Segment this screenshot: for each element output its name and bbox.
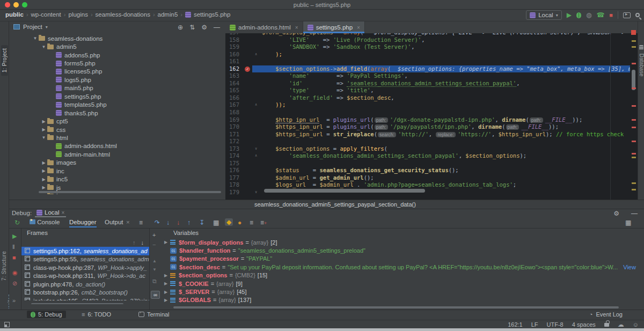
toolwindow-tab-project[interactable]: 1: Project [1, 45, 8, 76]
breakpoint-gutter[interactable] [244, 145, 252, 153]
frame-up-icon[interactable]: ↑ [133, 239, 136, 246]
run-configuration-selector[interactable]: Local ▾ [526, 10, 562, 20]
lock-icon[interactable] [604, 323, 609, 327]
code-line[interactable]: $section_options = apply_filters( [260, 145, 630, 153]
toolwindow-button-terminal[interactable]: Terminal [138, 311, 170, 318]
breadcrumb-file[interactable]: settings5.php [194, 11, 230, 18]
breadcrumb-item[interactable]: wp-content [31, 11, 61, 18]
variable-row[interactable]: ▶$_SERVER={array}[45] [162, 288, 644, 296]
fold-marker[interactable]: ∧ [252, 152, 260, 160]
add-watch-icon[interactable]: ≡+ [260, 219, 267, 226]
mute-breakpoints-icon[interactable]: ⊘ [12, 280, 17, 287]
restore-layout-icon[interactable]: ▦ [625, 219, 631, 226]
code-line[interactable]: 'LIVE' => 'Live (Production Server)', [260, 36, 630, 44]
stack-frame[interactable]: class-wp-hook.php:287,WP_Hook->apply_ [21, 263, 149, 272]
stop-icon[interactable]: ■ [12, 254, 16, 261]
open-in-browser-icon[interactable] [623, 12, 631, 18]
breakpoint-gutter[interactable] [244, 167, 252, 174]
breakpoint-icon[interactable]: ✓ [245, 67, 250, 72]
error-stripe-mark[interactable] [632, 189, 636, 190]
code-line[interactable]: $section_options->add_field(array( $sect… [260, 65, 630, 73]
breakpoint-gutter[interactable] [244, 109, 252, 116]
variables-hscrollbar[interactable] [173, 306, 619, 308]
variable-row[interactable]: ▶$GLOBALS={array}[137] [162, 296, 644, 304]
add-icon[interactable]: + [152, 232, 156, 238]
search-everywhere-icon[interactable] [635, 13, 640, 17]
tab-debugger[interactable]: Debugger [69, 219, 97, 227]
tree-item[interactable]: forms5.php [9, 59, 225, 67]
stack-frame[interactable]: class-wp-hook.php:311,WP_Hook->do_ac [21, 272, 149, 281]
more-icon[interactable]: » [12, 297, 16, 304]
expand-arrow[interactable]: ▶ [40, 119, 47, 124]
expander-arrow[interactable]: ▶ [162, 240, 170, 245]
breakpoint-gutter[interactable] [244, 36, 252, 44]
editor-hscrollbar[interactable] [264, 189, 425, 193]
expander-arrow[interactable]: ▶ [162, 273, 170, 278]
code-line[interactable]: 'seamless_donations_admin_settings_secti… [260, 152, 630, 160]
error-stripe-mark[interactable] [632, 87, 636, 89]
error-stripe-mark[interactable] [632, 105, 636, 107]
breakpoint-gutter[interactable] [244, 94, 252, 102]
fold-marker[interactable]: ∨ [252, 145, 260, 153]
move-down-icon[interactable]: ▼ [152, 267, 157, 272]
code-line[interactable] [260, 160, 630, 167]
variable-row[interactable]: 01$section_desc="Set up your PayPal depo… [162, 263, 644, 271]
breakpoint-gutter[interactable] [244, 101, 252, 109]
file-status-marker[interactable] [631, 30, 636, 35]
breakpoint-gutter[interactable] [244, 152, 252, 160]
code-line[interactable] [260, 58, 630, 65]
expand-arrow[interactable]: ▶ [40, 185, 47, 190]
code-line[interactable]: $status = seamless_donations_get_securit… [260, 167, 630, 174]
error-stripe-mark[interactable] [632, 127, 636, 128]
remove-icon[interactable]: − [152, 241, 156, 248]
error-stripe-mark[interactable] [632, 182, 636, 184]
tree-item[interactable]: admin-addons.html [9, 142, 225, 150]
tree-item[interactable]: ▶inc5 [9, 175, 225, 183]
watch-return-values-icon[interactable]: ∞ [151, 291, 160, 299]
event-log-button[interactable]: ◔Event Log [589, 311, 623, 318]
hide-panel-icon[interactable]: — [631, 210, 638, 217]
code-line[interactable]: $admin_url = get_admin_url(); [260, 174, 630, 182]
close-icon[interactable]: × [126, 219, 130, 225]
cloud-icon[interactable]: ☁ [618, 321, 624, 328]
variable-row[interactable]: ▶$section_options={CMB2}[15] [162, 271, 644, 279]
breadcrumb-item[interactable]: admin5 [158, 11, 178, 18]
code-line[interactable] [260, 109, 630, 116]
breakpoint-gutter[interactable] [244, 72, 252, 80]
code-line[interactable]: $https_ipn_url = plugins_url(path:'/pay/… [260, 123, 630, 131]
tree-item[interactable]: settings5.php [9, 92, 225, 100]
frames-hscrollbar[interactable] [31, 303, 123, 304]
stack-frame[interactable]: settings5.php:162,seamless_donations_ad [21, 247, 149, 255]
locate-file-icon[interactable]: ⊕ [178, 24, 183, 31]
tab-console[interactable]: Console [30, 219, 60, 225]
fold-marker[interactable]: ∨ [252, 189, 260, 196]
tree-item[interactable]: addons5.php [9, 51, 225, 59]
toggle-toolwindows-icon[interactable] [4, 322, 10, 327]
stack-frame[interactable]: settings5.php:55,seamless_donations_adm [21, 255, 149, 264]
expand-arrow[interactable]: ▶ [40, 160, 47, 165]
file-encoding[interactable]: UTF-8 [547, 321, 564, 328]
code-line[interactable]: 'SANDBOX' => 'Sandbox (Test Server)', [260, 43, 630, 51]
close-icon[interactable]: × [62, 210, 65, 216]
tree-item[interactable]: logs5.php [9, 76, 225, 84]
tree-item[interactable]: admin-main.html [9, 150, 225, 158]
editor-tab[interactable]: settings5.php× [303, 21, 365, 33]
breakpoint-gutter[interactable] [244, 131, 252, 138]
variable-row[interactable]: 01$handler_function="seamless_donations_… [162, 246, 644, 254]
expand-arrow[interactable]: ▶ [40, 168, 47, 173]
project-panel-header[interactable]: Project ▾ [13, 24, 48, 30]
code-line[interactable]: ); [260, 51, 630, 58]
breakpoint-gutter[interactable] [244, 87, 252, 94]
tree-item[interactable]: ▶css [9, 126, 225, 134]
project-tree-hscrollbar[interactable] [39, 191, 221, 193]
indent-setting[interactable]: 4 spaces [572, 321, 596, 328]
code-line[interactable]: 'after_field' => $section_desc, [260, 94, 630, 102]
code-line[interactable]: )); [260, 101, 630, 109]
expand-arrow[interactable]: ▶ [40, 194, 47, 194]
breakpoint-gutter[interactable] [244, 58, 252, 65]
step-into-icon[interactable]: ↓ [166, 219, 170, 226]
error-stripe-mark[interactable] [632, 46, 636, 48]
step-out-icon[interactable]: ↑ [187, 219, 191, 226]
run-to-cursor-icon[interactable]: ↧ [199, 219, 204, 226]
view-link[interactable]: View [623, 264, 636, 270]
